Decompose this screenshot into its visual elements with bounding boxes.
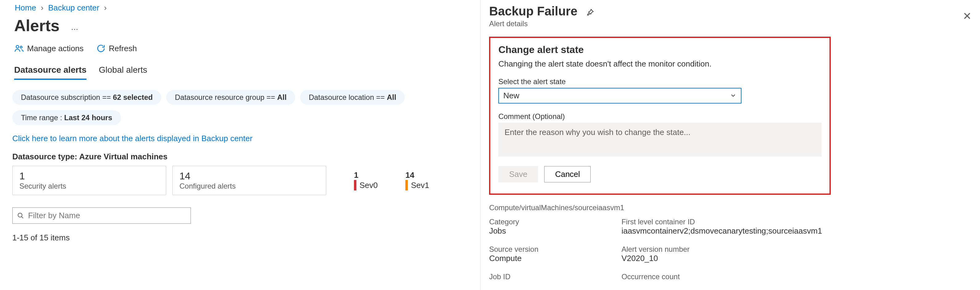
chevron-right-icon: › (41, 3, 44, 12)
card-configured-label: Configured alerts (180, 182, 319, 191)
svg-point-0 (16, 45, 19, 48)
filter-chip-subscription[interactable]: Datasource subscription == 62 selected (12, 90, 161, 105)
comment-textarea[interactable] (498, 123, 821, 157)
search-icon (17, 212, 24, 220)
alert-state-select[interactable]: New (498, 88, 741, 104)
pager-text: 1-15 of 15 items (12, 233, 468, 242)
filter-chips-row-1: Datasource subscription == 62 selected D… (12, 90, 468, 105)
svg-point-2 (18, 213, 22, 217)
tab-datasource-alerts[interactable]: Datasource alerts (14, 65, 86, 80)
meta-alert-version: Alert version number V2020_10 (621, 245, 971, 263)
card-configured-alerts[interactable]: 14 Configured alerts (172, 166, 326, 195)
refresh-button[interactable]: Refresh (96, 43, 137, 53)
close-icon[interactable]: ✕ (963, 11, 971, 21)
change-alert-state-box: Change alert state Changing the alert st… (489, 37, 831, 195)
page-title: Alerts (14, 16, 59, 35)
svg-point-1 (20, 46, 22, 48)
chevron-down-icon (730, 92, 737, 99)
sev1-bar-icon (406, 180, 408, 191)
card-security-label: Security alerts (19, 182, 159, 191)
change-alert-state-subtitle: Changing the alert state doesn't affect … (498, 59, 821, 69)
summary-row: 1 Security alerts 14 Configured alerts 1… (12, 166, 468, 195)
breadcrumb-home[interactable]: Home (15, 3, 36, 12)
learn-more-link[interactable]: Click here to learn more about the alert… (12, 134, 252, 143)
filter-by-name-box[interactable] (12, 207, 191, 224)
tabs: Datasource alerts Global alerts (12, 63, 468, 80)
meta-grid: Category Jobs First level container ID i… (489, 218, 971, 290)
alert-details-panel: Backup Failure Alert details ✕ Change al… (480, 0, 980, 290)
sev1-block: 14 Sev1 (406, 170, 429, 191)
alerts-main-pane: Home › Backup center › Alerts ··· Manage… (0, 0, 480, 290)
filter-chip-time-range[interactable]: Time range : Last 24 hours (12, 111, 121, 125)
card-security-alerts[interactable]: 1 Security alerts (12, 166, 166, 195)
save-button[interactable]: Save (498, 166, 538, 183)
sev0-label: Sev0 (360, 181, 378, 190)
filter-chip-resource-group[interactable]: Datasource resource group == All (166, 90, 295, 105)
select-alert-state-label: Select the alert state (498, 77, 821, 86)
command-bar: Manage actions Refresh (12, 43, 468, 63)
card-configured-count: 14 (180, 170, 319, 182)
meta-category: Category Jobs (489, 218, 612, 236)
change-alert-state-title: Change alert state (498, 44, 821, 56)
panel-subtitle: Alert details (489, 19, 963, 28)
breadcrumb: Home › Backup center › (12, 2, 468, 15)
sev1-label: Sev1 (411, 181, 429, 190)
manage-actions-button[interactable]: Manage actions (14, 43, 84, 53)
card-security-count: 1 (19, 170, 159, 182)
refresh-icon (96, 43, 106, 53)
meta-job-id: Job ID (489, 272, 612, 281)
panel-title: Backup Failure (489, 4, 578, 18)
pin-icon[interactable] (586, 8, 594, 19)
meta-source-version: Source version Compute (489, 245, 612, 263)
cancel-button[interactable]: Cancel (544, 166, 591, 183)
alert-state-value: New (503, 91, 519, 101)
panel-header: Backup Failure Alert details ✕ (489, 4, 971, 28)
people-icon (14, 43, 24, 53)
tab-global-alerts[interactable]: Global alerts (99, 65, 147, 80)
breadcrumb-backup-center[interactable]: Backup center (48, 3, 99, 12)
sev0-block: 1 Sev0 (354, 170, 378, 191)
chevron-right-icon: › (104, 3, 107, 12)
comment-label: Comment (Optional) (498, 112, 821, 121)
filter-chip-location[interactable]: Datasource location == All (300, 90, 405, 105)
manage-actions-label: Manage actions (27, 44, 84, 53)
meta-occurrence-count: Occurrence count (621, 272, 971, 281)
datasource-type-heading: Datasource type: Azure Virtual machines (12, 152, 468, 162)
resource-path: Compute/virtualMachines/sourceiaasvm1 (489, 203, 971, 212)
button-row: Save Cancel (498, 166, 821, 183)
filter-by-name-input[interactable] (28, 211, 186, 220)
more-icon[interactable]: ··· (71, 24, 78, 34)
sev0-bar-icon (354, 180, 356, 191)
filter-chips-row-2: Time range : Last 24 hours (12, 111, 468, 125)
sev1-count: 14 (406, 170, 429, 180)
sev0-count: 1 (354, 170, 378, 180)
meta-first-level-container: First level container ID iaasvmcontainer… (621, 218, 971, 236)
refresh-label: Refresh (109, 44, 137, 53)
